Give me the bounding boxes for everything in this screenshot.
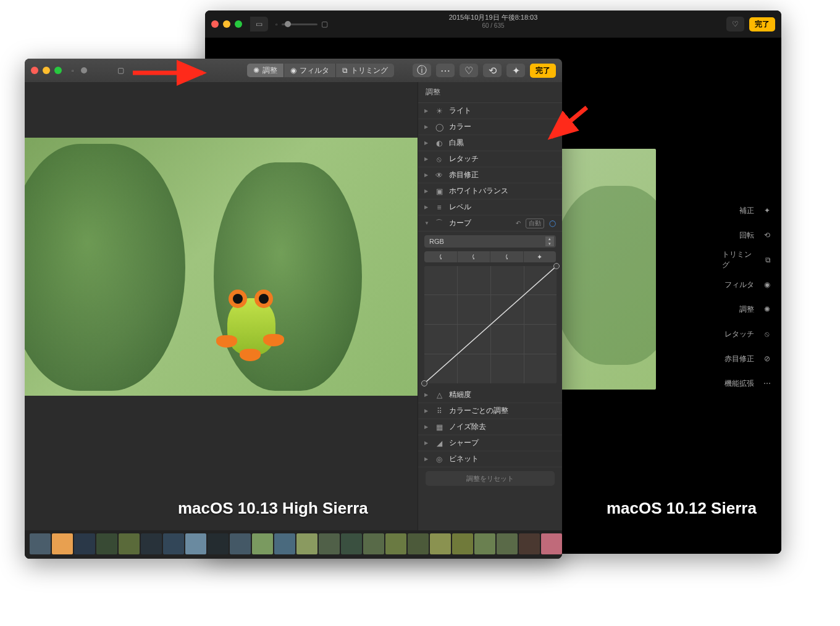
thumbnail[interactable] — [252, 533, 273, 554]
thumbnail[interactable] — [452, 533, 473, 554]
adjust-item-4[interactable]: ▶👁赤目修正 — [418, 167, 562, 183]
adjust-item-icon: ◎ — [434, 455, 444, 464]
adjust-item2-3[interactable]: ▶◢シャープ — [418, 435, 562, 451]
tab-adjust[interactable]: ✺調整 — [247, 64, 284, 77]
filter-icon: ◉ — [290, 66, 296, 75]
thumbnail[interactable] — [185, 533, 206, 554]
eyedropper-highlights[interactable]: ⤹ — [490, 251, 524, 262]
thumbnail[interactable] — [541, 533, 562, 554]
thumbnail[interactable] — [341, 533, 362, 554]
traffic-lights[interactable] — [211, 20, 242, 28]
thumbnail[interactable] — [363, 533, 384, 554]
thumbnail[interactable] — [74, 533, 95, 554]
thumbnail[interactable] — [430, 533, 451, 554]
stepper-icon[interactable]: ▴▾ — [545, 236, 554, 246]
close-icon[interactable] — [31, 67, 38, 74]
add-point-icon[interactable]: ✦ — [524, 251, 556, 262]
tool-adjust[interactable]: 調整✺ — [722, 297, 774, 322]
toggle-on-icon[interactable]: ◯ — [549, 220, 556, 227]
tab-crop[interactable]: ⧉トリミング — [336, 64, 394, 77]
channel-select[interactable]: RGB ▴▾ — [424, 235, 556, 248]
adjust-item-1[interactable]: ▶◯カラー — [418, 119, 562, 135]
adjust-item-3[interactable]: ▶⦸レタッチ — [418, 151, 562, 167]
thumbnail[interactable] — [230, 533, 251, 554]
caption-high-sierra: macOS 10.13 High Sierra — [178, 499, 368, 518]
favorite-button[interactable]: ♡ — [460, 64, 478, 77]
info-button[interactable]: ⓘ — [413, 64, 431, 77]
enhance-button[interactable]: ✦ — [506, 64, 525, 77]
adjust-curves[interactable]: ▼ ⌒ カーブ ↶ 自動 ◯ — [418, 215, 562, 232]
adjust-item2-0[interactable]: ▶△精細度 — [418, 387, 562, 403]
thumbnail[interactable] — [141, 533, 162, 554]
thumbnail[interactable] — [519, 533, 540, 554]
adjust-panel: 調整 ▶☀ライト▶◯カラー▶◐白黒▶⦸レタッチ▶👁赤目修正▶▣ホワイトバランス▶… — [418, 82, 562, 530]
adjust-item-icon: 👁 — [434, 171, 444, 180]
view-toggle[interactable]: ▭ — [250, 17, 268, 31]
tool-redeye[interactable]: 赤目修正⊘ — [722, 346, 774, 371]
eyedropper-mid[interactable]: ⤹ — [458, 251, 491, 262]
tool-enhance[interactable]: 補正✦ — [722, 198, 774, 223]
thumbnail-strip[interactable] — [25, 530, 562, 559]
thumbnail[interactable] — [30, 533, 51, 554]
rotate-icon: ⟲ — [489, 65, 497, 77]
rotate-button[interactable]: ⟲ — [483, 64, 502, 77]
chevron-right-icon: ▶ — [424, 172, 429, 178]
traffic-lights[interactable] — [31, 67, 62, 74]
done-button[interactable]: 完了 — [530, 64, 556, 78]
adjust-item-label: カラーごとの調整 — [449, 406, 556, 416]
tool-rotate[interactable]: 回転⟲ — [722, 223, 774, 248]
grid-view-icon[interactable]: ▭ — [250, 17, 268, 31]
reset-icon[interactable]: ↶ — [516, 220, 521, 227]
thumbnail[interactable] — [208, 533, 229, 554]
thumbnail[interactable] — [119, 533, 140, 554]
zoom-slider[interactable]: ▫ ▢ — [72, 66, 124, 75]
adjust-item2-4[interactable]: ▶◎ビネット — [418, 451, 562, 467]
adjust-item-icon: ◯ — [434, 123, 444, 131]
tool-filter[interactable]: フィルタ◉ — [722, 272, 774, 297]
close-icon[interactable] — [211, 20, 219, 28]
adjust-item-5[interactable]: ▶▣ホワイトバランス — [418, 183, 562, 199]
favorite-button[interactable]: ♡ — [726, 17, 744, 31]
tab-filter[interactable]: ◉フィルタ — [284, 64, 336, 77]
photo-preview[interactable] — [25, 138, 418, 396]
minimize-icon[interactable] — [223, 20, 230, 28]
thumbnail[interactable] — [385, 533, 406, 554]
thumbnail[interactable] — [52, 533, 73, 554]
zoom-icon[interactable] — [235, 20, 242, 28]
content-front: 調整 ▶☀ライト▶◯カラー▶◐白黒▶⦸レタッチ▶👁赤目修正▶▣ホワイトバランス▶… — [25, 82, 562, 559]
reset-adjustments-button[interactable]: 調整をリセット — [426, 471, 555, 486]
thumb-small-icon: ▫ — [72, 67, 74, 74]
thumbnail[interactable] — [296, 533, 317, 554]
tool-extensions[interactable]: 機能拡張⋯ — [722, 371, 774, 396]
thumbnail[interactable] — [96, 533, 117, 554]
adjust-item-2[interactable]: ▶◐白黒 — [418, 135, 562, 151]
done-button[interactable]: 完了 — [749, 17, 775, 31]
minimize-icon[interactable] — [43, 67, 50, 74]
zoom-icon[interactable] — [54, 67, 62, 74]
zoom-slider[interactable]: ▫ ▢ — [275, 20, 328, 28]
thumbnail[interactable] — [274, 533, 295, 554]
auto-button[interactable]: 自動 — [526, 219, 544, 228]
tool-crop[interactable]: トリミング⧉ — [722, 248, 774, 272]
adjust-item-label: ビネット — [449, 454, 556, 464]
thumbnail[interactable] — [408, 533, 429, 554]
curves-editor[interactable] — [424, 266, 556, 383]
thumbnail[interactable] — [497, 533, 518, 554]
adjust-item-6[interactable]: ▶≡レベル — [418, 199, 562, 215]
adjust-item2-2[interactable]: ▶▦ノイズ除去 — [418, 419, 562, 435]
chevron-right-icon: ▶ — [424, 124, 429, 130]
thumbnail[interactable] — [163, 533, 184, 554]
tool-retouch[interactable]: レタッチ⦸ — [722, 322, 774, 346]
curves-icon: ⌒ — [434, 218, 444, 228]
adjust-item-0[interactable]: ▶☀ライト — [418, 103, 562, 119]
edit-mode-tabs: ✺調整 ◉フィルタ ⧉トリミング — [247, 64, 394, 77]
thumbnail[interactable] — [474, 533, 495, 554]
eyedropper-shadows[interactable]: ⤹ — [424, 251, 458, 262]
annotation-arrow-panel — [544, 102, 593, 148]
adjust-item-icon: ◐ — [434, 139, 444, 148]
adjust-item-label: 赤目修正 — [449, 170, 556, 180]
thumbnail[interactable] — [319, 533, 340, 554]
more-button[interactable]: ⋯ — [436, 64, 455, 77]
adjust-item2-1[interactable]: ▶⠿カラーごとの調整 — [418, 403, 562, 419]
titlebar-back: ▭ ▫ ▢ 2015年10月19日 午後8:18:03 60 / 635 ♡ 完… — [205, 10, 781, 38]
